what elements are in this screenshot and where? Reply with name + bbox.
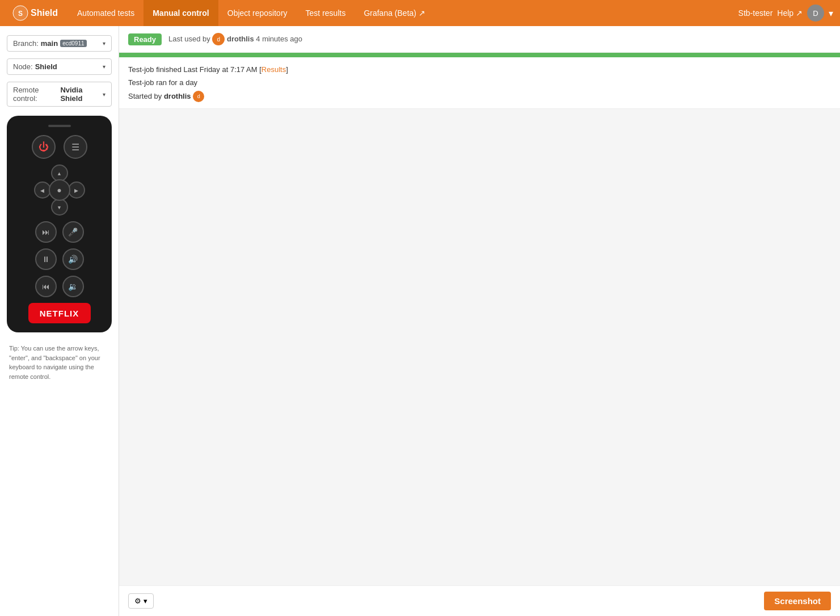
remote-media-row-3: ⏮ 🔉 <box>35 276 84 297</box>
remote-netflix-button[interactable]: NETFLIX <box>28 303 91 323</box>
remote-vol-down-button[interactable]: 🔉 <box>62 276 84 297</box>
nav-automated-tests[interactable]: Automated tests <box>68 0 143 26</box>
remote-mic-button[interactable]: 🎤 <box>62 221 84 243</box>
sidebar: Branch: main ecd0911 ▾ Node: Shield ▾ Re… <box>0 26 119 616</box>
nav-help[interactable]: Help ↗ <box>777 9 803 18</box>
node-label: Node: <box>13 62 33 71</box>
remote-label: Remote control: <box>13 86 58 103</box>
status-user-name: drothlis <box>227 35 254 43</box>
screenshot-button[interactable]: Screenshot <box>764 592 831 610</box>
remote-pause-button[interactable]: ⏸ <box>35 248 57 270</box>
test-line-2: Test-job ran for a day <box>128 76 831 89</box>
remote-selector[interactable]: Remote control: Nvidia Shield ▾ <box>7 82 112 107</box>
nav-avatar-chevron[interactable]: ▾ <box>829 8 833 19</box>
logo-text: Shield <box>31 8 58 18</box>
settings-chevron-icon: ▾ <box>143 597 147 605</box>
remote-select-button[interactable]: ● <box>49 179 70 201</box>
rewind-icon: ⏮ <box>42 282 50 291</box>
remote-chevron: ▾ <box>103 91 105 98</box>
remote-dpad: ● <box>34 164 85 216</box>
branch-chevron: ▾ <box>103 40 105 47</box>
remote-media-row-2: ⏸ 🔊 <box>35 248 84 270</box>
netflix-label: NETFLIX <box>40 309 79 318</box>
results-link[interactable]: Results <box>261 65 286 74</box>
nav-manual-control[interactable]: Manual control <box>143 0 218 26</box>
status-time-ago: 4 minutes ago <box>256 35 302 43</box>
nav-bar: S Shield Automated tests Manual control … <box>0 0 840 26</box>
vol-down-icon: 🔉 <box>68 282 78 291</box>
remote-top-bar <box>48 125 71 127</box>
bottom-bar: ⚙ ▾ Screenshot <box>119 585 840 616</box>
test-line-1-prefix: Test-job finished Last Friday at 7:17 AM <box>128 65 258 74</box>
main-layout: Branch: main ecd0911 ▾ Node: Shield ▾ Re… <box>0 26 840 616</box>
progress-bar <box>119 53 840 57</box>
test-user-avatar: d <box>193 91 204 102</box>
down-icon <box>57 203 62 211</box>
status-user-avatar: d <box>212 33 225 45</box>
remote-value: Nvidia Shield <box>60 86 100 103</box>
remote-vol-up-button[interactable]: 🔊 <box>62 248 84 270</box>
nav-test-results[interactable]: Test results <box>297 0 355 26</box>
vol-up-icon: 🔊 <box>68 255 78 264</box>
nav-avatar[interactable]: D <box>807 5 824 22</box>
remote-control: ⏻ ● <box>7 116 112 332</box>
nav-stb-tester[interactable]: Stb-tester <box>738 9 773 18</box>
remote-media-row-1: ⏭ 🎤 <box>35 221 84 243</box>
node-value: Shield <box>35 62 57 71</box>
content-area: Ready Last used by d drothlis 4 minutes … <box>119 26 840 616</box>
status-ready-badge: Ready <box>128 33 162 45</box>
right-icon <box>74 186 78 194</box>
nav-grafana[interactable]: Grafana (Beta) ↗ <box>354 0 434 26</box>
power-icon: ⏻ <box>39 141 49 153</box>
status-last-used-prefix: Last used by <box>168 35 210 43</box>
left-icon <box>40 186 44 194</box>
tip-text: Tip: You can use the arrow keys, "enter"… <box>7 339 112 386</box>
remote-power-button[interactable]: ⏻ <box>32 135 56 159</box>
status-last-used: Last used by d drothlis 4 minutes ago <box>168 33 302 45</box>
tv-screen-wrapper: Search Home Discover Apps ⚙ 11:18 Disney… <box>119 109 840 585</box>
nav-right: Stb-tester Help ↗ D ▾ <box>738 5 833 22</box>
branch-selector[interactable]: Branch: main ecd0911 ▾ <box>7 35 112 52</box>
test-line-1: Test-job finished Last Friday at 7:17 AM… <box>128 63 831 76</box>
gear-icon: ⚙ <box>134 597 141 605</box>
remote-rewind-button[interactable]: ⏮ <box>35 276 57 297</box>
nav-object-repository[interactable]: Object repository <box>218 0 297 26</box>
test-line-3: Started by drothlis d <box>128 90 831 103</box>
svg-text:S: S <box>18 10 23 18</box>
node-selector[interactable]: Node: Shield ▾ <box>7 58 112 75</box>
branch-label: Branch: <box>13 39 39 48</box>
test-started-by-user: drothlis <box>164 92 191 100</box>
up-icon <box>57 169 62 177</box>
menu-icon <box>71 142 79 153</box>
mic-icon: 🎤 <box>68 227 78 237</box>
settings-button[interactable]: ⚙ ▾ <box>128 593 154 609</box>
nav-logo[interactable]: S Shield <box>7 0 68 26</box>
test-info: Test-job finished Last Friday at 7:17 AM… <box>119 57 840 109</box>
remote-down-button[interactable] <box>51 199 68 216</box>
test-line-3-prefix: Started by <box>128 92 162 100</box>
status-bar: Ready Last used by d drothlis 4 minutes … <box>119 26 840 53</box>
pause-icon: ⏸ <box>42 255 50 264</box>
branch-badge: ecd0911 <box>60 40 86 47</box>
branch-value: main <box>41 39 58 48</box>
node-chevron: ▾ <box>103 64 105 70</box>
center-icon: ● <box>57 185 61 195</box>
skip-forward-icon: ⏭ <box>42 227 50 237</box>
remote-right-button[interactable] <box>68 182 85 199</box>
remote-menu-button[interactable] <box>64 135 87 159</box>
remote-skip-forward-button[interactable]: ⏭ <box>35 221 57 243</box>
